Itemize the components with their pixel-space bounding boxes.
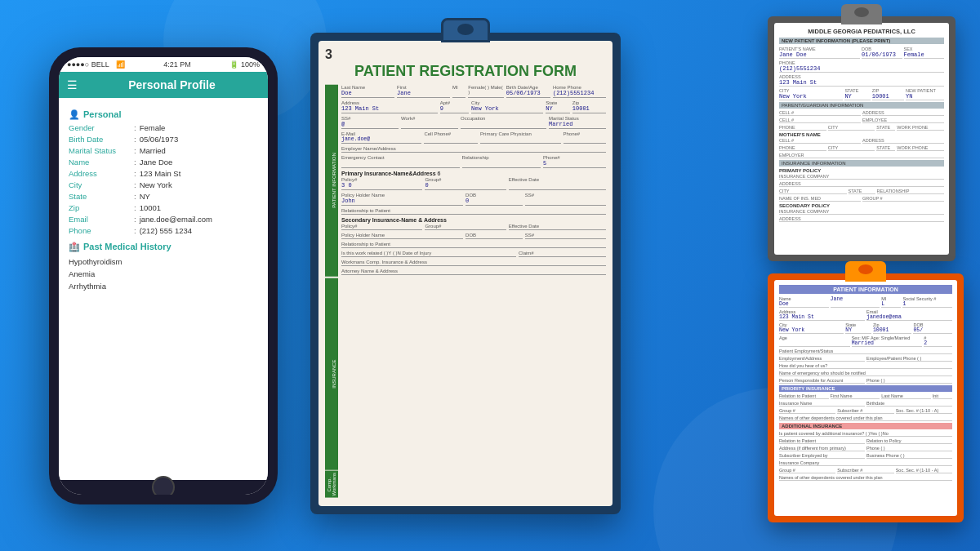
form-title: PATIENT REGISTRATION FORM bbox=[325, 64, 606, 80]
history-item-1: Hypothyroidism bbox=[69, 256, 258, 268]
hospital-icon: 🏥 bbox=[69, 242, 80, 252]
parent-section-bar: PARENT/GUARDIAN INFORMATION bbox=[779, 102, 944, 109]
bottom-state: NY bbox=[845, 327, 871, 333]
patient-info-side-label: PATIENT INFORMATION bbox=[325, 85, 338, 277]
top-form-city: New York bbox=[779, 93, 843, 100]
bottom-name-first: Jane bbox=[831, 296, 880, 302]
bottom-dob: 05/ bbox=[913, 327, 952, 333]
phone-content: 👤 Personal Gender : Female Birth Date : … bbox=[59, 98, 268, 480]
top-right-clipboard: MIDDLE GEORGIA PEDIATRICS, LLC NEW PATIE… bbox=[768, 16, 956, 261]
bottom-num: 2 bbox=[924, 340, 952, 346]
secondary-policy-label: SECONDARY POLICY bbox=[779, 203, 944, 208]
mother-name-label: MOTHER'S NAME bbox=[779, 132, 944, 137]
history-item-2: Anemia bbox=[69, 268, 258, 280]
phone-nav-bar: ☰ Personal Profile bbox=[59, 72, 268, 98]
top-form-zip: 10001 bbox=[872, 93, 904, 100]
name-field: Name : Jane Doe bbox=[69, 158, 258, 167]
bottom-city: New York bbox=[779, 327, 844, 333]
new-patient-section-label: NEW PATIENT INFORMATION (PLEASE PRINT) bbox=[779, 38, 944, 44]
phone-mockup: ●●●●○ BELL 📶 4:21 PM 🔋 100% ☰ Personal P… bbox=[49, 47, 278, 504]
top-form-sex: Female bbox=[904, 51, 945, 58]
insurance-section-bar: INSURANCE INFORMATION bbox=[779, 160, 944, 167]
bottom-form-header: PATIENT INFORMATION bbox=[779, 285, 952, 294]
priority-insurance-bar: PRIORITY INSURANCE bbox=[779, 385, 952, 392]
top-form-patient-name: Jane Doe bbox=[779, 51, 860, 58]
home-button[interactable] bbox=[152, 476, 175, 495]
gender-field: Gender : Female bbox=[69, 123, 258, 132]
top-form-dob: 01/06/1973 bbox=[862, 51, 902, 58]
nav-title: Personal Profile bbox=[84, 78, 260, 91]
carrier-text: ●●●●○ BELL bbox=[67, 60, 109, 69]
top-right-clip bbox=[841, 4, 882, 24]
history-item-3: Arrhythmia bbox=[69, 280, 258, 292]
top-right-form-paper: MIDDLE GEORGIA PEDIATRICS, LLC NEW PATIE… bbox=[774, 23, 949, 255]
bottom-name-last: Doe bbox=[779, 301, 829, 307]
wifi-icon: 📶 bbox=[116, 60, 125, 69]
bottom-ss: 1 bbox=[902, 301, 952, 307]
phone-home-area bbox=[59, 480, 268, 495]
hamburger-menu-icon[interactable]: ☰ bbox=[67, 78, 78, 91]
center-clip bbox=[441, 18, 490, 42]
phone-status-bar: ●●●●○ BELL 📶 4:21 PM 🔋 100% bbox=[59, 57, 268, 72]
additional-insurance-bar: ADDITIONAL INSURANCE bbox=[779, 423, 952, 429]
address-field: Address : 123 Main St bbox=[69, 169, 258, 178]
personal-section-header: 👤 Personal bbox=[69, 109, 258, 120]
battery-text: 100% bbox=[241, 60, 260, 69]
top-form-phone: (212)5551234 bbox=[779, 65, 944, 72]
bottom-mi: L bbox=[881, 301, 901, 307]
battery-icon: 🔋 bbox=[229, 60, 238, 69]
marital-status-field: Marital Status : Married bbox=[69, 146, 258, 155]
bottom-right-form-paper: PATIENT INFORMATION Name Doe Jane MI L S… bbox=[774, 280, 957, 516]
bottom-right-clip bbox=[845, 261, 886, 282]
form-number: 3 bbox=[325, 47, 606, 62]
birthdate-field: Birth Date : 05/06/1973 bbox=[69, 135, 258, 144]
time-display: 4:21 PM bbox=[163, 60, 191, 69]
bottom-right-clipboard: PATIENT INFORMATION Name Doe Jane MI L S… bbox=[768, 273, 964, 522]
bottom-email: janedoe@ema bbox=[866, 314, 952, 320]
bottom-zip: 10001 bbox=[873, 327, 912, 333]
top-form-state: NY bbox=[844, 93, 870, 100]
insurance-side-label: INSURANCE bbox=[325, 278, 338, 470]
top-form-address: 123 Main St bbox=[779, 79, 944, 86]
bottom-marital: Married bbox=[852, 340, 923, 346]
registration-form-paper: 3 PATIENT REGISTRATION FORM PATIENT INFO… bbox=[318, 41, 612, 506]
workmans-side-label: Workmans Comp. bbox=[325, 471, 338, 498]
zip-field: Zip : 10001 bbox=[69, 203, 258, 212]
state-field: State : NY bbox=[69, 192, 258, 201]
history-section-header: 🏥 Past Medical History bbox=[69, 242, 258, 252]
clinic-name: MIDDLE GEORGIA PEDIATRICS, LLC bbox=[779, 28, 944, 35]
bottom-address: 123 Main St bbox=[779, 314, 865, 320]
primary-policy-label: PRIMARY POLICY bbox=[779, 168, 944, 173]
phone-field: Phone : (212) 555 1234 bbox=[69, 226, 258, 235]
top-form-new-patient: YN bbox=[906, 93, 944, 100]
person-icon: 👤 bbox=[69, 109, 80, 120]
email-field: Email : jane.doe@email.com bbox=[69, 215, 258, 224]
center-clipboard: 3 PATIENT REGISTRATION FORM PATIENT INFO… bbox=[310, 33, 621, 514]
city-field: City : New York bbox=[69, 180, 258, 189]
